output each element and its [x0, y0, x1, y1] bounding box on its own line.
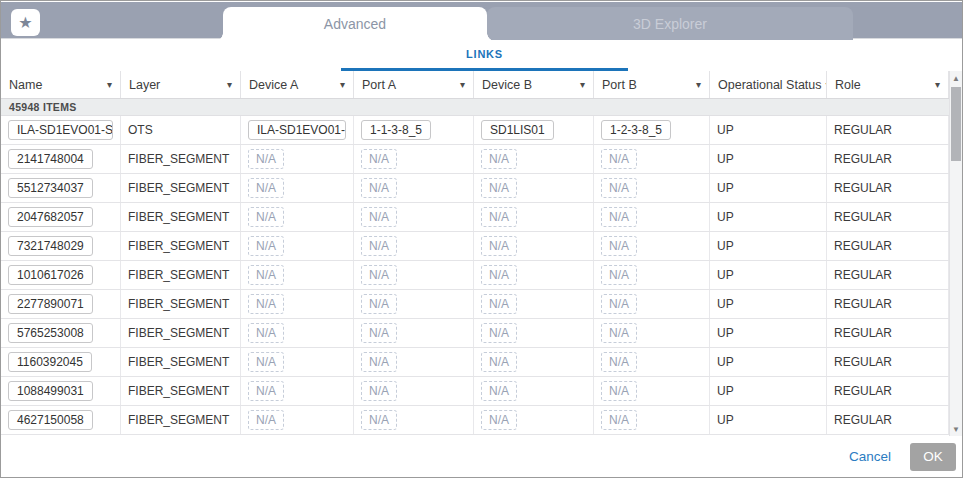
- column-filter-caret-icon[interactable]: ▾: [107, 79, 112, 90]
- column-header-layer[interactable]: Layer▾: [121, 71, 241, 98]
- column-header-device-b[interactable]: Device B▾: [474, 71, 594, 98]
- port-b-field-na-placeholder[interactable]: N/A: [601, 265, 637, 285]
- name-field[interactable]: 5512734037: [8, 178, 93, 198]
- port-b-field-na-placeholder[interactable]: N/A: [601, 323, 637, 343]
- column-filter-caret-icon[interactable]: ▾: [696, 79, 701, 90]
- port-a-field-na-placeholder[interactable]: N/A: [361, 149, 397, 169]
- layer-cell: FIBER_SEGMENT: [121, 377, 241, 405]
- name-field[interactable]: 2141748004: [8, 149, 93, 169]
- column-header-port-b[interactable]: Port B▾: [594, 71, 710, 98]
- port-b-field-na-placeholder[interactable]: N/A: [601, 207, 637, 227]
- operational-status-cell: UP: [710, 261, 827, 289]
- device-b-field-na-placeholder[interactable]: N/A: [481, 410, 517, 430]
- device-b-field-na-placeholder[interactable]: N/A: [481, 265, 517, 285]
- device-a-field-na-placeholder[interactable]: N/A: [248, 410, 284, 430]
- device-b-field[interactable]: SD1LIS01: [481, 120, 554, 140]
- port-b-field-na-placeholder[interactable]: N/A: [601, 410, 637, 430]
- port-a-field-na-placeholder[interactable]: N/A: [361, 323, 397, 343]
- column-filter-caret-icon[interactable]: ▾: [580, 79, 585, 90]
- tab-3d-explorer[interactable]: 3D Explorer: [487, 7, 853, 40]
- tab-links-label: LINKS: [466, 48, 503, 60]
- port-a-field-na-placeholder[interactable]: N/A: [361, 352, 397, 372]
- device-a-field[interactable]: ILA-SD1EVO01-S...: [248, 120, 346, 140]
- name-field[interactable]: 1160392045: [8, 352, 92, 372]
- role-cell: REGULAR: [827, 116, 949, 144]
- name-field[interactable]: 4627150058: [8, 410, 93, 430]
- device-a-field-cell: N/A: [241, 203, 354, 231]
- device-b-field-na-placeholder[interactable]: N/A: [481, 323, 517, 343]
- port-b-field[interactable]: 1-2-3-8_5: [601, 120, 671, 140]
- port-a-field-na-placeholder[interactable]: N/A: [361, 236, 397, 256]
- name-field[interactable]: 2277890071: [8, 294, 93, 314]
- role-cell: REGULAR: [827, 290, 949, 318]
- vertical-scrollbar[interactable]: ▲ ▼: [949, 71, 962, 438]
- column-filter-caret-icon[interactable]: ▾: [935, 79, 940, 90]
- column-header-name[interactable]: Name▾: [1, 71, 121, 98]
- table-row: 5512734037FIBER_SEGMENTN/AN/AN/AN/AUPREG…: [1, 174, 949, 203]
- port-a-field-na-placeholder[interactable]: N/A: [361, 178, 397, 198]
- device-b-field-cell: N/A: [474, 261, 594, 289]
- port-b-field-na-placeholder[interactable]: N/A: [601, 352, 637, 372]
- port-b-field-cell: N/A: [594, 348, 710, 376]
- column-filter-caret-icon[interactable]: ▾: [227, 79, 232, 90]
- device-b-field-na-placeholder[interactable]: N/A: [481, 381, 517, 401]
- role-cell: REGULAR: [827, 145, 949, 173]
- port-a-field[interactable]: 1-1-3-8_5: [361, 120, 431, 140]
- name-field[interactable]: 1010617026: [8, 265, 93, 285]
- port-b-field-cell: N/A: [594, 319, 710, 347]
- device-b-field-na-placeholder[interactable]: N/A: [481, 178, 517, 198]
- column-filter-caret-icon[interactable]: ▾: [460, 79, 465, 90]
- device-a-field-na-placeholder[interactable]: N/A: [248, 149, 284, 169]
- device-a-field-na-placeholder[interactable]: N/A: [248, 294, 284, 314]
- column-header-role[interactable]: Role▾: [827, 71, 949, 98]
- port-b-field-na-placeholder[interactable]: N/A: [601, 294, 637, 314]
- device-a-field-na-placeholder[interactable]: N/A: [248, 381, 284, 401]
- device-b-field-na-placeholder[interactable]: N/A: [481, 294, 517, 314]
- name-field[interactable]: 7321748029: [8, 236, 93, 256]
- column-filter-caret-icon[interactable]: ▾: [340, 79, 345, 90]
- scroll-down-icon[interactable]: ▼: [950, 424, 962, 436]
- device-a-field-na-placeholder[interactable]: N/A: [248, 352, 284, 372]
- table-row: 1088499031FIBER_SEGMENTN/AN/AN/AN/AUPREG…: [1, 377, 949, 406]
- device-b-field-na-placeholder[interactable]: N/A: [481, 207, 517, 227]
- port-b-field-na-placeholder[interactable]: N/A: [601, 236, 637, 256]
- device-b-field-na-placeholder[interactable]: N/A: [481, 352, 517, 372]
- tab-advanced[interactable]: Advanced: [223, 7, 487, 41]
- device-a-field-na-placeholder[interactable]: N/A: [248, 178, 284, 198]
- port-b-field-cell: N/A: [594, 145, 710, 173]
- port-a-field-na-placeholder[interactable]: N/A: [361, 207, 397, 227]
- role-cell: REGULAR: [827, 174, 949, 202]
- device-b-field-na-placeholder[interactable]: N/A: [481, 149, 517, 169]
- port-b-field-na-placeholder[interactable]: N/A: [601, 149, 637, 169]
- ok-button[interactable]: OK: [910, 443, 956, 471]
- name-field[interactable]: 5765253008: [8, 323, 93, 343]
- scrollbar-thumb[interactable]: [951, 87, 961, 161]
- device-a-field-na-placeholder[interactable]: N/A: [248, 265, 284, 285]
- layer-cell: FIBER_SEGMENT: [121, 290, 241, 318]
- device-b-field-na-placeholder[interactable]: N/A: [481, 236, 517, 256]
- port-a-field-na-placeholder[interactable]: N/A: [361, 410, 397, 430]
- port-b-field-na-placeholder[interactable]: N/A: [601, 381, 637, 401]
- device-a-field-cell: N/A: [241, 406, 354, 434]
- cancel-button[interactable]: Cancel: [849, 449, 891, 464]
- device-a-field-na-placeholder[interactable]: N/A: [248, 323, 284, 343]
- port-b-field-na-placeholder[interactable]: N/A: [601, 178, 637, 198]
- role-cell: REGULAR: [827, 348, 949, 376]
- name-field[interactable]: 2047682057: [8, 207, 93, 227]
- name-field[interactable]: 1088499031: [8, 381, 93, 401]
- column-header-device-a[interactable]: Device A▾: [241, 71, 354, 98]
- column-header-operational-status[interactable]: Operational Status▾: [710, 71, 827, 98]
- port-a-field-na-placeholder[interactable]: N/A: [361, 381, 397, 401]
- port-a-field-na-placeholder[interactable]: N/A: [361, 294, 397, 314]
- favorite-button[interactable]: ★: [11, 9, 40, 36]
- port-a-field-na-placeholder[interactable]: N/A: [361, 265, 397, 285]
- port-b-field-cell: N/A: [594, 290, 710, 318]
- scroll-up-icon[interactable]: ▲: [950, 73, 962, 85]
- role-cell: REGULAR: [827, 261, 949, 289]
- tab-advanced-label: Advanced: [324, 16, 386, 32]
- device-a-field-na-placeholder[interactable]: N/A: [248, 207, 284, 227]
- column-header-port-a[interactable]: Port A▾: [354, 71, 474, 98]
- name-field[interactable]: ILA-SD1EVO01-S...: [8, 120, 113, 140]
- tab-links[interactable]: LINKS: [341, 39, 628, 71]
- device-a-field-na-placeholder[interactable]: N/A: [248, 236, 284, 256]
